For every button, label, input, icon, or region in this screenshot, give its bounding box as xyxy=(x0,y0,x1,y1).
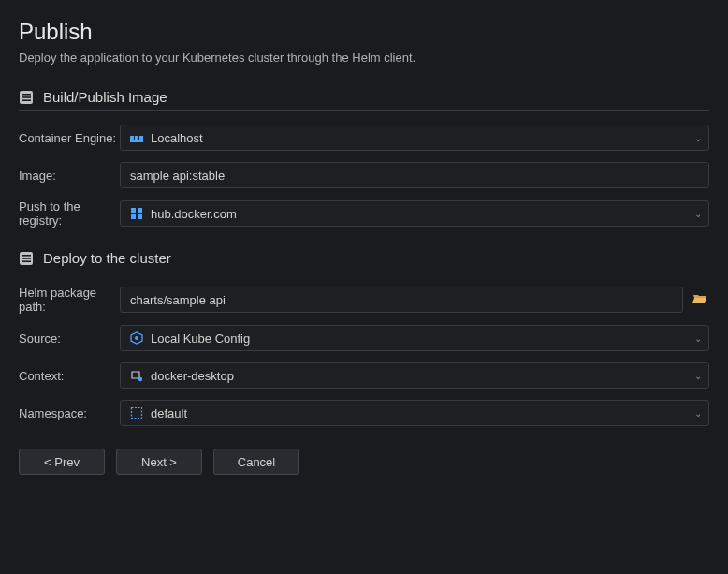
namespace-select[interactable]: default xyxy=(120,400,709,426)
push-registry-value: hub.docker.com xyxy=(151,207,682,221)
prev-button[interactable]: < Prev xyxy=(19,449,105,475)
svg-rect-7 xyxy=(130,140,143,142)
svg-rect-14 xyxy=(22,258,31,259)
label-push-registry: Push to the registry: xyxy=(19,199,120,228)
context-icon xyxy=(130,369,143,382)
namespace-icon xyxy=(130,406,143,419)
svg-rect-19 xyxy=(132,408,142,419)
label-container-engine: Container Engine: xyxy=(19,131,120,145)
image-input[interactable] xyxy=(130,169,699,183)
page-subtitle: Deploy the application to your Kubernete… xyxy=(19,51,709,65)
push-registry-select[interactable]: hub.docker.com xyxy=(120,200,709,227)
browse-folder-button[interactable] xyxy=(691,290,709,309)
svg-rect-10 xyxy=(131,214,136,219)
section-build-header: Build/Publish Image xyxy=(19,89,709,111)
image-input-wrap xyxy=(120,162,709,188)
source-select[interactable]: Local Kube Config xyxy=(120,325,709,351)
svg-point-17 xyxy=(135,336,138,340)
next-button[interactable]: Next > xyxy=(116,449,202,475)
context-select[interactable]: docker-desktop xyxy=(120,362,709,389)
container-engine-select[interactable]: Localhost xyxy=(120,125,709,151)
section-deploy-header: Deploy to the cluster xyxy=(19,250,709,272)
container-engine-value: Localhost xyxy=(151,131,682,145)
cancel-button[interactable]: Cancel xyxy=(213,449,299,475)
label-source: Source: xyxy=(19,331,120,346)
svg-rect-3 xyxy=(22,99,31,101)
label-helm-path: Helm package path: xyxy=(19,286,120,314)
label-namespace: Namespace: xyxy=(19,406,120,420)
context-value: docker-desktop xyxy=(151,369,682,383)
list-icon xyxy=(19,251,34,266)
page-title: Publish xyxy=(19,19,709,45)
svg-rect-13 xyxy=(22,255,31,257)
wizard-footer: < Prev Next > Cancel xyxy=(19,449,709,475)
svg-rect-5 xyxy=(135,136,138,140)
svg-rect-11 xyxy=(138,214,142,219)
svg-rect-6 xyxy=(139,136,143,140)
helm-path-input-wrap xyxy=(120,287,683,313)
registry-icon xyxy=(130,207,143,220)
section-deploy-title: Deploy to the cluster xyxy=(43,250,171,266)
list-icon xyxy=(19,90,34,105)
section-deploy: Deploy to the cluster Helm package path:… xyxy=(19,250,709,426)
label-image: Image: xyxy=(19,169,120,183)
label-context: Context: xyxy=(19,369,120,383)
svg-point-18 xyxy=(138,377,142,381)
svg-rect-4 xyxy=(130,136,134,140)
svg-rect-15 xyxy=(22,260,31,262)
section-build: Build/Publish Image Container Engine: Lo… xyxy=(19,89,709,228)
svg-rect-8 xyxy=(131,208,136,213)
svg-rect-2 xyxy=(22,96,31,98)
folder-open-icon xyxy=(692,291,707,309)
source-value: Local Kube Config xyxy=(151,331,682,346)
namespace-value: default xyxy=(151,406,682,420)
svg-rect-1 xyxy=(22,94,31,96)
helm-path-input[interactable] xyxy=(130,293,673,307)
container-host-icon xyxy=(130,131,143,144)
section-build-title: Build/Publish Image xyxy=(43,89,167,105)
kube-config-icon xyxy=(130,331,143,345)
svg-rect-9 xyxy=(138,208,142,213)
